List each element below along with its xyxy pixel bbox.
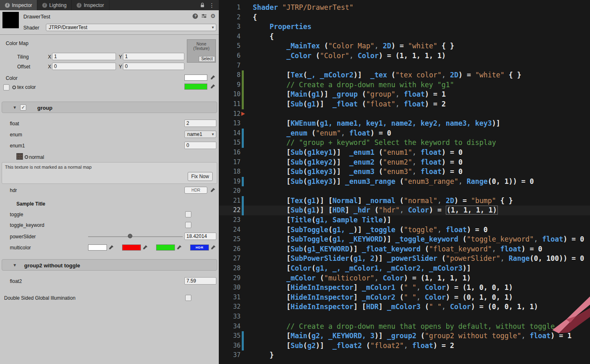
tex-color-checkbox[interactable] <box>3 84 9 90</box>
code-line-1[interactable]: 1Shader "JTRP/DrawerTest" <box>219 3 590 13</box>
code-line-36[interactable]: 36 [Sub(g2)] _float2 ("float2", float) =… <box>219 341 590 351</box>
code-editor[interactable]: 1Shader "JTRP/DrawerTest"2{3 Properties4… <box>219 0 590 364</box>
offset-y-field[interactable]: 0 <box>123 63 184 70</box>
float-field[interactable]: 2 <box>184 120 216 127</box>
code-text <box>244 186 253 196</box>
material-preview-thumbnail[interactable] <box>2 12 19 28</box>
tiling-label: Tiling <box>17 54 29 60</box>
code-line-35[interactable]: 35 [Main(g2, _KEYWORD, 3)] _group2 ("gro… <box>219 331 590 341</box>
shader-dropdown[interactable]: JTRP/DrawerTest ▾ <box>46 24 216 31</box>
code-line-24[interactable]: 24 [SubToggle(g1, _)] _toggle ("toggle",… <box>219 225 590 235</box>
code-line-25[interactable]: 25 [SubToggle(g1, _KEYWORD)] _toggle_key… <box>219 235 590 244</box>
code-line-33[interactable]: 33 <box>219 312 590 322</box>
object-picker-icon[interactable] <box>25 155 28 159</box>
code-line-27[interactable]: 27 [SubPowerSlider(g1, 2)] _powerSlider … <box>219 254 590 264</box>
foldout-triangle-icon[interactable]: ▼ <box>13 263 17 267</box>
code-line-37[interactable]: 37 } <box>219 350 590 360</box>
double-sided-gi-checkbox[interactable] <box>185 295 191 301</box>
hdr-color-button[interactable]: HDR <box>184 187 207 194</box>
multicolor-swatch-1[interactable] <box>88 244 107 251</box>
lock-icon[interactable] <box>200 2 205 8</box>
screenshot-root: i Inspector i Lighting i Inspector ⋮ Dr <box>0 0 590 364</box>
code-line-3[interactable]: 3 Properties <box>219 22 590 32</box>
enum-dropdown[interactable]: name1 ▾ <box>184 131 216 138</box>
multicolor-swatch-2[interactable] <box>122 244 141 251</box>
code-line-17[interactable]: 17 [Sub(g1key2)] _enum2 ("enum2", float)… <box>219 158 590 167</box>
code-line-14[interactable]: 14 _enum ("enum", float) = 0 <box>219 129 590 138</box>
code-line-2[interactable]: 2{ <box>219 13 590 23</box>
code-line-26[interactable]: 26 [Sub(g1_KEYWORD)] _float_keyword ("fl… <box>219 244 590 254</box>
code-text: [Sub(g1)] [HDR] _hdr ("hdr", Color) = (1… <box>244 206 498 215</box>
eyedropper-icon[interactable] <box>209 84 216 90</box>
tab-inspector-2[interactable]: i Inspector <box>72 0 109 10</box>
code-line-13[interactable]: 13 [KWEnum(g1, name1, key1, name2, key2,… <box>219 119 590 129</box>
code-line-7[interactable]: 7 <box>219 61 590 71</box>
code-line-6[interactable]: 6 _Color ("Color", Color) = (1, 1, 1, 1) <box>219 51 590 61</box>
help-icon[interactable]: ? <box>193 14 198 19</box>
normal-texture-thumbnail[interactable] <box>16 153 23 160</box>
code-line-16[interactable]: 16 [Sub(g1key1)] _enum1 ("enum1", float)… <box>219 148 590 158</box>
code-line-22[interactable]: 22 [Sub(g1)] [HDR] _hdr ("hdr", Color) =… <box>219 206 590 215</box>
offset-x-field[interactable]: 0 <box>52 63 116 70</box>
code-line-18[interactable]: 18 [Sub(g1key3)] _enum3 ("enum3", float)… <box>219 167 590 177</box>
code-line-15[interactable]: 15 // "group + keyword" Select the keywo… <box>219 138 590 148</box>
eyedropper-icon[interactable] <box>142 244 148 251</box>
code-line-10[interactable]: 10 [Main(g1)] _group ("group", float) = … <box>219 90 590 99</box>
tiling-y-field[interactable]: 1 <box>123 53 184 60</box>
code-line-20[interactable]: 20 <box>219 186 590 196</box>
eyedropper-icon[interactable] <box>209 75 216 81</box>
gear-icon[interactable]: ⚙ <box>210 13 216 19</box>
group-toggle-checkbox[interactable]: ✓ <box>20 104 26 111</box>
foldout-triangle-icon[interactable]: ▼ <box>13 105 17 110</box>
texture-select-button[interactable]: Select <box>199 56 215 62</box>
line-number: 9 <box>219 80 241 90</box>
code-line-23[interactable]: 23 [Title(g1, Sample Title)] <box>219 215 590 225</box>
group2-foldout-header[interactable]: ▼ group2 without toggle <box>2 259 217 271</box>
gutter <box>242 350 244 360</box>
object-picker-icon[interactable] <box>12 86 16 89</box>
code-line-34[interactable]: 34 // Create a drop-down menu that opens… <box>219 322 590 332</box>
group-foldout-header[interactable]: ▼ ✓ group <box>2 102 217 113</box>
code-text: [SubToggle(g1, _)] _toggle ("toggle", fl… <box>244 225 488 235</box>
kebab-menu-icon[interactable]: ⋮ <box>209 2 215 9</box>
tiling-x-field[interactable]: 1 <box>52 53 116 60</box>
power-slider-track[interactable] <box>88 236 183 237</box>
code-line-12[interactable]: 12 <box>219 109 590 119</box>
code-line-5[interactable]: 5 _MainTex ("Color Map", 2D) = "white" {… <box>219 41 590 51</box>
code-line-4[interactable]: 4 { <box>219 32 590 42</box>
code-line-28[interactable]: 28 [Color(g1, _, _mColor1, _mColor2, _mC… <box>219 264 590 274</box>
code-line-21[interactable]: 21 [Tex(g1)] [Normal] _normal ("normal",… <box>219 196 590 206</box>
offset-label: Offset <box>17 64 30 70</box>
gutter <box>242 254 244 264</box>
presets-icon[interactable] <box>201 14 207 18</box>
code-line-19[interactable]: 19 [Sub(g1key3)] _enum3_range ("enum3_ra… <box>219 177 590 187</box>
code-text: [HideInInspector] _mColor2 (" ", Color) … <box>244 293 513 303</box>
multicolor-swatch-3[interactable] <box>156 244 175 251</box>
code-line-8[interactable]: 8 [Tex(_, _mColor2)] _tex ("tex color", … <box>219 70 590 80</box>
code-line-31[interactable]: 31 [HideInInspector] _mColor2 (" ", Colo… <box>219 293 590 303</box>
eyedropper-icon[interactable] <box>210 244 216 251</box>
texture-slot[interactable]: None (Texture) Select <box>187 39 216 63</box>
code-line-30[interactable]: 30 [HideInInspector] _mColor1 (" ", Colo… <box>219 283 590 293</box>
code-line-29[interactable]: 29 _mColor ("multicolor", Color) = (1, 1… <box>219 274 590 283</box>
tab-inspector[interactable]: i Inspector <box>0 0 37 10</box>
code-line-9[interactable]: 9 // Create a drop-down menu with key "g… <box>219 80 590 90</box>
toggle-checkbox[interactable] <box>185 211 191 217</box>
eyedropper-icon[interactable] <box>108 244 114 251</box>
eyedropper-icon[interactable] <box>209 187 216 193</box>
power-slider-field[interactable]: 18.42014 <box>184 233 216 240</box>
gutter-change-marker <box>242 341 244 351</box>
eyedropper-icon[interactable] <box>176 244 182 251</box>
code-line-11[interactable]: 11 [Sub(g1)] _float ("float", float) = 2 <box>219 99 590 109</box>
power-slider-knob[interactable] <box>128 234 132 238</box>
gutter <box>242 13 244 23</box>
multicolor-swatch-4-hdr[interactable]: HDR <box>190 244 209 251</box>
toggle-keyword-checkbox[interactable] <box>185 222 191 228</box>
fix-now-button[interactable]: Fix Now <box>188 172 213 181</box>
tab-lighting[interactable]: i Lighting <box>37 0 72 10</box>
enum1-field[interactable]: 0 <box>184 142 216 149</box>
code-line-32[interactable]: 32 [HideInInspector] [HDR] _mColor3 (" "… <box>219 302 590 312</box>
float2-field[interactable]: 7.59 <box>184 277 216 285</box>
tex-color-swatch[interactable] <box>184 84 207 90</box>
color-swatch[interactable] <box>184 75 207 81</box>
